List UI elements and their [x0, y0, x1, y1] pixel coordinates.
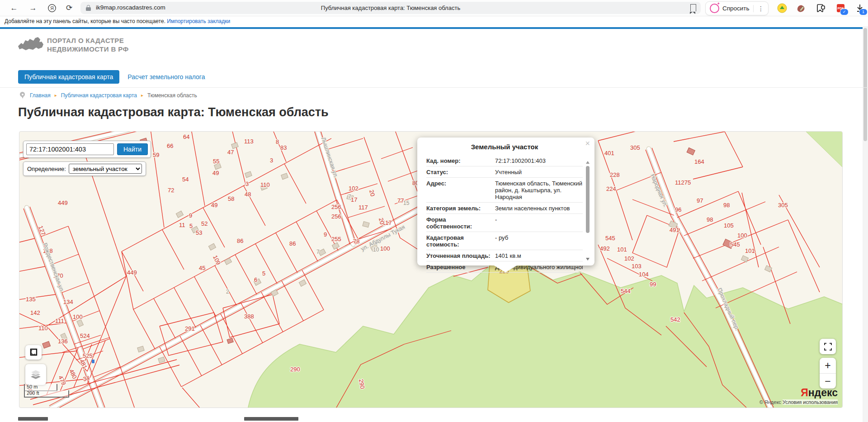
ask-menu-dots-icon[interactable]: ⋮ — [753, 5, 764, 12]
breadcrumb-current: Тюменская область — [147, 92, 197, 99]
parcel-number-label: 15 — [403, 200, 410, 206]
scale-control: 50 m 200 ft — [24, 384, 69, 398]
scrollbar-thumb[interactable] — [586, 166, 590, 233]
parcel-number-label: 53 — [196, 229, 202, 236]
parcel-number-label: 111 — [55, 318, 64, 324]
extension-icon-pdf[interactable]: PDF ✓ — [835, 3, 846, 14]
svg-text:Я: Я — [50, 5, 54, 11]
scroll-down-icon[interactable] — [586, 258, 590, 261]
row-value: - — [493, 216, 583, 230]
popup-row: Кад. номер:72:17:1002001:403 — [426, 155, 583, 166]
yandex-browser-icon[interactable]: Я — [45, 2, 59, 14]
poi-marker — [92, 360, 94, 363]
terms-link[interactable]: Условия использования — [783, 399, 838, 405]
bookmark-icon[interactable] — [690, 4, 696, 11]
browser-toolbar: ← → Я ⟳ ik9map.roscadastres.com Публична… — [0, 0, 868, 16]
measure-button[interactable] — [25, 345, 42, 360]
site-title-line2: НЕДВИЖИМОСТИ В РФ — [47, 45, 129, 53]
parcel-number-label: 47 — [227, 149, 234, 156]
downloads-icon[interactable]: 1 — [854, 3, 865, 14]
breadcrumb-map[interactable]: Публичная кадастровая карта — [61, 92, 137, 99]
ask-ai-button[interactable]: Спросить ⋮ — [705, 1, 769, 15]
tab-land-tax[interactable]: Расчет земельного налога — [127, 73, 205, 81]
parcel-number-label: 545 — [605, 235, 615, 242]
parcel-number-label: 134 — [63, 299, 73, 305]
parcel-number-label: 544 — [621, 288, 631, 294]
clipped-section-heading — [18, 417, 48, 421]
scale-imperial: 200 ft — [24, 390, 69, 398]
main-tabs: Публичная кадастровая карта Расчет земел… — [18, 70, 205, 84]
scroll-up-icon[interactable] — [586, 161, 590, 164]
page-scrollbar-thumb[interactable] — [863, 28, 867, 141]
extension-icon-circle[interactable] — [777, 3, 788, 14]
extension-icon-pencil[interactable] — [796, 3, 807, 14]
parcel-number-label: 11 — [179, 222, 185, 228]
definition-select[interactable]: земельный участок — [69, 164, 142, 174]
search-button[interactable]: Найти — [117, 143, 148, 155]
extension-icon-tabs[interactable] — [816, 3, 826, 14]
map-attribution: © Яндекс Условия использования — [760, 399, 838, 405]
import-bookmarks-link[interactable]: Импортировать закладки — [167, 18, 230, 24]
layers-icon — [29, 368, 42, 381]
parcel-number-label: 113 — [244, 138, 254, 145]
breadcrumb-home[interactable]: Главная — [30, 92, 51, 99]
parcel-number-label: 449 — [127, 269, 137, 276]
ruler-icon — [29, 348, 38, 357]
parcel-number-label: 45 — [199, 265, 205, 271]
parcel-number-label: 142 — [30, 309, 40, 316]
parcel-number-label: 55 — [213, 158, 219, 165]
breadcrumb: Главная ▸ Публичная кадастровая карта ▸ … — [20, 92, 197, 99]
breadcrumb-separator: ▸ — [141, 93, 143, 98]
copyright-text: © Яндекс — [760, 399, 781, 405]
page-scrollbar[interactable] — [863, 26, 868, 422]
yandex-logo-rest: ндекс — [808, 387, 838, 398]
row-label: Форма собственности: — [426, 216, 493, 230]
pdf-check-badge: ✓ — [840, 9, 849, 15]
tab-public-cadastral-map[interactable]: Публичная кадастровая карта — [18, 70, 119, 84]
alice-icon — [710, 4, 719, 13]
parcel-number-label: 6 — [254, 276, 257, 283]
popup-title: Земельный участок — [426, 143, 583, 151]
row-label: Кадастровая стоимость: — [426, 234, 493, 248]
yandex-logo-ya: Я — [801, 387, 808, 398]
popup-row: Уточненная площадь:1401 кв.м — [426, 250, 583, 261]
back-icon[interactable]: ← — [7, 2, 21, 14]
tab-page-title: Публичная кадастровая карта: Тюменская о… — [80, 5, 701, 11]
parcel-number-label: 491 — [670, 227, 679, 233]
search-input[interactable] — [26, 143, 114, 155]
fullscreen-button[interactable] — [820, 339, 836, 354]
parcel-number-label: 449 — [58, 199, 68, 206]
row-label: Кад. номер: — [426, 157, 493, 164]
popup-pointer — [493, 265, 518, 272]
parcel-number-label: 9 — [189, 212, 192, 219]
yandex-logo[interactable]: Яндекс — [801, 387, 838, 399]
row-label: Уточненная площадь: — [426, 252, 493, 259]
parcel-number-label: 102 — [349, 185, 359, 192]
parcel-number-label: 2 — [226, 289, 229, 295]
forward-icon[interactable]: → — [26, 2, 40, 14]
parcel-number-label: 48 — [245, 191, 251, 198]
zoom-in-button[interactable]: + — [820, 358, 836, 374]
row-label: Адрес: — [426, 180, 493, 200]
download-count-badge: 1 — [859, 9, 868, 15]
parcel-number-label: 524 — [80, 332, 90, 339]
parcel-number-label: 54 — [182, 176, 189, 183]
clipped-section-heading — [244, 417, 298, 421]
layers-button[interactable] — [25, 364, 46, 385]
site-logo-russia-icon — [17, 34, 44, 54]
parcel-number-label: 117 — [359, 204, 368, 211]
reload-icon[interactable]: ⟳ — [62, 2, 76, 14]
address-bar[interactable]: ik9map.roscadastres.com Публичная кадаст… — [80, 2, 701, 14]
definition-box: Определение: земельный участок — [23, 161, 146, 176]
cadastral-map[interactable]: 289/444944912712817013513414211111010013… — [19, 131, 843, 408]
parcel-number-label: 136 — [58, 338, 68, 345]
parcel-number-label: 164 — [694, 158, 704, 165]
parcel-number-label: 11275 — [675, 179, 691, 186]
parcel-number-label: 105 — [724, 222, 734, 229]
popup-row: Кадастровая стоимость:- руб — [426, 232, 583, 250]
page-title: Публичная кадастровая карта: Тюменская о… — [18, 105, 329, 119]
bookmarks-hint-text: Добавляйте на эту панель сайты, которые … — [5, 18, 165, 24]
yandex-circle-icon: Я — [47, 4, 57, 13]
close-icon[interactable]: × — [585, 139, 590, 147]
parcel-number-label: 224 — [606, 185, 616, 192]
